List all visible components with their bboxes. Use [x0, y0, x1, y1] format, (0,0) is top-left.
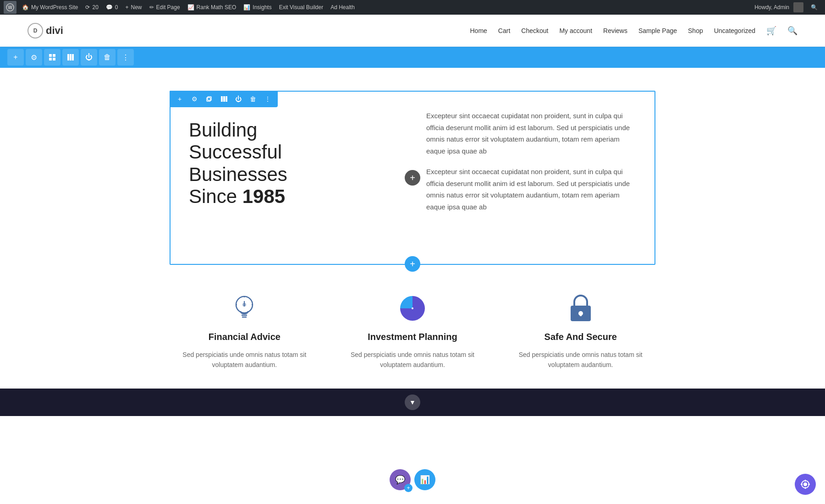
- logo-text: divi: [46, 25, 63, 37]
- bottom-arrow[interactable]: ▼: [405, 394, 420, 410]
- divi-grid-btn[interactable]: [62, 49, 79, 66]
- floating-buttons: 💬 + 📊: [390, 469, 435, 490]
- page-content: + ⚙ ⏻ 🗑 ⋮ Building Successful Businesses: [0, 68, 825, 416]
- admin-bar-ad-health[interactable]: Ad Health: [327, 0, 358, 15]
- svg-rect-5: [53, 58, 55, 60]
- nav-uncategorized[interactable]: Uncategorized: [714, 27, 755, 34]
- svg-point-21: [242, 303, 246, 307]
- svg-rect-25: [580, 313, 582, 316]
- site-nav: D divi Home Cart Checkout My account Rev…: [0, 15, 825, 47]
- hero-clone-btn[interactable]: [203, 93, 215, 105]
- svg-rect-2: [49, 54, 52, 57]
- feature-safe-secure: Safe And Secure Sed perspiciatis unde om…: [506, 292, 655, 370]
- hero-left-column: Building Successful Businesses Since 198…: [170, 92, 417, 264]
- nav-cart[interactable]: Cart: [498, 27, 510, 34]
- nav-shop[interactable]: Shop: [688, 27, 703, 34]
- insights-icon: 📊: [243, 4, 250, 11]
- lightbulb-icon: [228, 292, 260, 324]
- float-add-icon: +: [404, 484, 412, 492]
- svg-rect-13: [226, 96, 227, 102]
- search-icon[interactable]: 🔍: [787, 26, 798, 35]
- divi-add-btn[interactable]: +: [7, 49, 24, 66]
- admin-bar-exit-builder[interactable]: Exit Visual Builder: [275, 0, 327, 15]
- hero-trash-btn[interactable]: 🗑: [247, 93, 259, 105]
- wp-admin-bar: W 🏠 My WordPress Site ⟳ 20 💬 0 + New ✏ E…: [0, 0, 825, 15]
- hero-section: + ⚙ ⏻ 🗑 ⋮ Building Successful Businesses: [170, 91, 655, 265]
- feature-financial-advice: Financial Advice Sed perspiciatis unde o…: [170, 292, 319, 370]
- site-logo[interactable]: D divi: [28, 23, 63, 38]
- feature-investment-title: Investment Planning: [368, 332, 457, 342]
- add-column-btn[interactable]: +: [405, 170, 420, 186]
- admin-search-btn[interactable]: 🔍: [807, 0, 821, 15]
- svg-rect-7: [70, 54, 72, 60]
- divi-ai-btn[interactable]: [795, 474, 816, 495]
- hero-paragraph-1: Excepteur sint occaecat cupidatat non pr…: [426, 110, 636, 157]
- admin-avatar: [793, 2, 803, 12]
- divi-power-btn[interactable]: ⏻: [81, 49, 97, 66]
- hero-grid-btn[interactable]: [217, 93, 230, 105]
- admin-bar-comments[interactable]: 💬 0: [102, 0, 122, 15]
- hero-title: Building Successful Businesses Since 198…: [189, 119, 399, 208]
- admin-bar-new[interactable]: + New: [122, 0, 146, 15]
- divi-more-btn[interactable]: ⋮: [117, 49, 134, 66]
- site-menu: Home Cart Checkout My account Reviews Sa…: [470, 26, 798, 36]
- svg-rect-10: [208, 97, 211, 100]
- edit-icon: ✏: [149, 4, 154, 11]
- divi-layout-btn[interactable]: [44, 49, 60, 66]
- cart-icon[interactable]: 🛒: [766, 26, 776, 35]
- svg-rect-6: [67, 54, 69, 60]
- add-row-btn[interactable]: +: [405, 256, 420, 272]
- admin-bar-updates[interactable]: ⟳ 20: [82, 0, 102, 15]
- svg-rect-8: [72, 54, 74, 60]
- nav-home[interactable]: Home: [470, 27, 487, 34]
- hero-more-btn[interactable]: ⋮: [261, 93, 274, 105]
- new-icon: +: [126, 4, 129, 11]
- admin-bar-rank-math[interactable]: 📈 Rank Math SEO: [184, 0, 240, 15]
- hero-power-btn[interactable]: ⏻: [232, 93, 245, 105]
- hero-right-column: Excepteur sint occaecat cupidatat non pr…: [417, 92, 654, 264]
- divi-toolbar: + ⚙ ⏻ 🗑 ⋮: [0, 47, 825, 68]
- feature-investment-planning: Investment Planning Sed perspiciatis und…: [338, 292, 488, 370]
- bottom-section: ▼: [0, 389, 825, 416]
- svg-rect-3: [53, 54, 55, 57]
- admin-bar-insights[interactable]: 📊 Insights: [240, 0, 275, 15]
- svg-point-22: [412, 307, 413, 309]
- admin-bar-right: Howdy, Admin 🔍: [751, 0, 821, 15]
- howdy-admin[interactable]: Howdy, Admin: [751, 0, 807, 15]
- svg-rect-11: [221, 96, 223, 102]
- nav-my-account[interactable]: My account: [559, 27, 592, 34]
- svg-point-27: [803, 482, 807, 486]
- divi-settings-btn[interactable]: ⚙: [26, 49, 42, 66]
- feature-secure-title: Safe And Secure: [544, 332, 617, 342]
- analytics-icon: 📊: [420, 475, 430, 485]
- admin-bar-site[interactable]: 🏠 My WordPress Site: [18, 0, 82, 15]
- analytics-float-btn[interactable]: 📊: [414, 469, 435, 490]
- svg-text:W: W: [8, 5, 12, 10]
- chat-icon: 💬: [395, 475, 405, 485]
- hero-settings-btn[interactable]: ⚙: [188, 93, 201, 105]
- svg-rect-9: [207, 98, 210, 101]
- feature-investment-desc: Sed perspiciatis unde omnis natus totam …: [348, 350, 477, 370]
- feature-secure-desc: Sed perspiciatis unde omnis natus totam …: [517, 350, 645, 370]
- comments-icon: 💬: [106, 4, 113, 11]
- hero-toolbar: + ⚙ ⏻ 🗑 ⋮: [170, 91, 278, 107]
- divi-trash-btn[interactable]: 🗑: [99, 49, 116, 66]
- admin-bar-edit-page[interactable]: ✏ Edit Page: [146, 0, 184, 15]
- wp-logo[interactable]: W: [4, 1, 16, 14]
- svg-rect-4: [49, 58, 52, 60]
- logo-circle: D: [28, 23, 43, 38]
- updates-icon: ⟳: [85, 4, 90, 11]
- chat-float-btn[interactable]: 💬 +: [390, 469, 411, 490]
- feature-financial-desc: Sed perspiciatis unde omnis natus totam …: [180, 350, 308, 370]
- rank-math-icon: 📈: [187, 4, 194, 11]
- svg-rect-12: [223, 96, 225, 102]
- feature-financial-title: Financial Advice: [209, 332, 280, 342]
- hero-add-btn[interactable]: +: [173, 93, 186, 105]
- hero-paragraph-2: Excepteur sint occaecat cupidatat non pr…: [426, 166, 636, 213]
- pie-chart-icon: [396, 292, 429, 324]
- nav-sample-page[interactable]: Sample Page: [638, 27, 677, 34]
- nav-checkout[interactable]: Checkout: [521, 27, 548, 34]
- site-icon: 🏠: [22, 4, 29, 11]
- nav-reviews[interactable]: Reviews: [603, 27, 627, 34]
- features-section: Financial Advice Sed perspiciatis unde o…: [160, 292, 665, 370]
